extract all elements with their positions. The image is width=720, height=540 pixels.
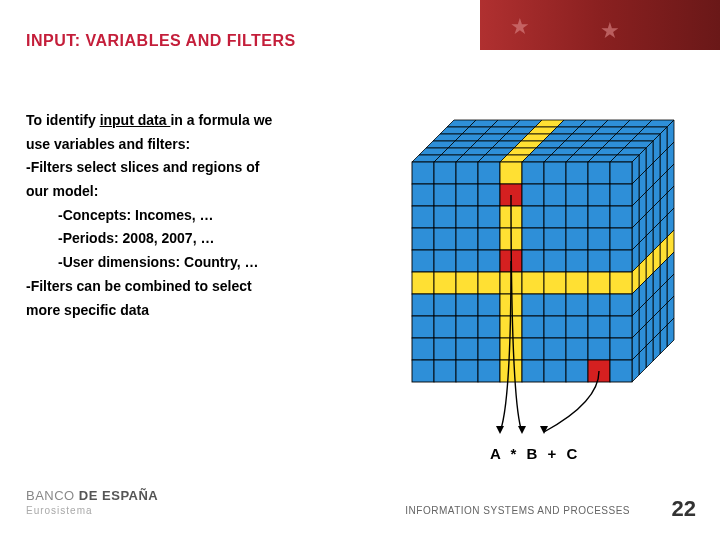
svg-rect-167 bbox=[566, 250, 588, 272]
svg-rect-150 bbox=[412, 228, 434, 250]
svg-rect-147 bbox=[566, 206, 588, 228]
svg-rect-133 bbox=[478, 184, 500, 206]
svg-rect-208 bbox=[588, 338, 610, 360]
svg-rect-142 bbox=[456, 206, 478, 228]
svg-rect-156 bbox=[544, 228, 566, 250]
svg-rect-201 bbox=[434, 338, 456, 360]
star-icon: ★ bbox=[600, 18, 620, 44]
svg-rect-183 bbox=[478, 294, 500, 316]
svg-rect-158 bbox=[588, 228, 610, 250]
svg-marker-221 bbox=[518, 426, 526, 434]
svg-rect-197 bbox=[566, 316, 588, 338]
svg-rect-211 bbox=[434, 360, 456, 382]
svg-rect-121 bbox=[434, 162, 456, 184]
text: -User dimensions: Country, … bbox=[58, 252, 386, 274]
svg-rect-163 bbox=[478, 250, 500, 272]
svg-rect-143 bbox=[478, 206, 500, 228]
page-number: 22 bbox=[672, 496, 696, 522]
svg-rect-205 bbox=[522, 338, 544, 360]
text: use variables and filters: bbox=[26, 134, 386, 156]
svg-rect-196 bbox=[544, 316, 566, 338]
svg-rect-175 bbox=[522, 272, 544, 294]
svg-rect-186 bbox=[544, 294, 566, 316]
svg-rect-123 bbox=[478, 162, 500, 184]
svg-rect-169 bbox=[610, 250, 632, 272]
svg-rect-172 bbox=[456, 272, 478, 294]
svg-rect-130 bbox=[412, 184, 434, 206]
svg-rect-187 bbox=[566, 294, 588, 316]
cube-svg bbox=[400, 102, 700, 442]
slide-title: INPUT: VARIABLES AND FILTERS bbox=[26, 32, 296, 50]
svg-rect-185 bbox=[522, 294, 544, 316]
header-decoration: ★ ★ bbox=[480, 0, 720, 50]
svg-rect-162 bbox=[456, 250, 478, 272]
svg-rect-170 bbox=[412, 272, 434, 294]
text-underline: input data bbox=[100, 112, 171, 128]
svg-rect-190 bbox=[412, 316, 434, 338]
svg-rect-152 bbox=[456, 228, 478, 250]
logo-part: DE bbox=[79, 488, 98, 503]
svg-rect-132 bbox=[456, 184, 478, 206]
svg-rect-189 bbox=[610, 294, 632, 316]
logo-sub: Eurosistema bbox=[26, 505, 158, 516]
svg-rect-131 bbox=[434, 184, 456, 206]
text: To identify bbox=[26, 112, 100, 128]
text: our model: bbox=[26, 181, 386, 203]
svg-rect-129 bbox=[610, 162, 632, 184]
svg-rect-212 bbox=[456, 360, 478, 382]
formula-text: A * B + C bbox=[490, 445, 580, 462]
svg-rect-173 bbox=[478, 272, 500, 294]
svg-rect-122 bbox=[456, 162, 478, 184]
svg-rect-157 bbox=[566, 228, 588, 250]
svg-rect-213 bbox=[478, 360, 500, 382]
svg-rect-138 bbox=[588, 184, 610, 206]
svg-rect-210 bbox=[412, 360, 434, 382]
star-icon: ★ bbox=[510, 14, 530, 40]
svg-rect-191 bbox=[434, 316, 456, 338]
svg-rect-200 bbox=[412, 338, 434, 360]
text: -Concepts: Incomes, … bbox=[58, 205, 386, 227]
svg-rect-128 bbox=[588, 162, 610, 184]
svg-rect-176 bbox=[544, 272, 566, 294]
svg-rect-203 bbox=[478, 338, 500, 360]
svg-rect-120 bbox=[412, 162, 434, 184]
svg-rect-180 bbox=[412, 294, 434, 316]
svg-rect-125 bbox=[522, 162, 544, 184]
svg-rect-140 bbox=[412, 206, 434, 228]
svg-rect-168 bbox=[588, 250, 610, 272]
svg-rect-149 bbox=[610, 206, 632, 228]
svg-rect-137 bbox=[566, 184, 588, 206]
svg-rect-153 bbox=[478, 228, 500, 250]
svg-rect-206 bbox=[544, 338, 566, 360]
svg-rect-155 bbox=[522, 228, 544, 250]
svg-rect-166 bbox=[544, 250, 566, 272]
svg-rect-136 bbox=[544, 184, 566, 206]
svg-marker-220 bbox=[496, 426, 504, 434]
svg-rect-195 bbox=[522, 316, 544, 338]
svg-rect-145 bbox=[522, 206, 544, 228]
svg-rect-193 bbox=[478, 316, 500, 338]
svg-rect-216 bbox=[544, 360, 566, 382]
svg-rect-177 bbox=[566, 272, 588, 294]
svg-rect-192 bbox=[456, 316, 478, 338]
cube-diagram bbox=[400, 102, 700, 422]
text: -Periods: 2008, 2007, … bbox=[58, 228, 386, 250]
svg-rect-126 bbox=[544, 162, 566, 184]
footer-text: INFORMATION SYSTEMS AND PROCESSES bbox=[405, 505, 630, 516]
logo: BANCO DE ESPAÑA Eurosistema bbox=[26, 488, 158, 516]
svg-rect-165 bbox=[522, 250, 544, 272]
svg-rect-141 bbox=[434, 206, 456, 228]
svg-rect-179 bbox=[610, 272, 632, 294]
svg-rect-178 bbox=[588, 272, 610, 294]
svg-rect-204 bbox=[500, 338, 522, 360]
logo-part: BANCO bbox=[26, 488, 75, 503]
svg-rect-219 bbox=[610, 360, 632, 382]
svg-rect-217 bbox=[566, 360, 588, 382]
text: -Filters select slices and regions of bbox=[26, 157, 386, 179]
svg-rect-215 bbox=[522, 360, 544, 382]
body-text: To identify input data in a formula we u… bbox=[26, 110, 386, 323]
svg-rect-181 bbox=[434, 294, 456, 316]
text: more specific data bbox=[26, 300, 386, 322]
svg-rect-146 bbox=[544, 206, 566, 228]
text: -Filters can be combined to select bbox=[26, 276, 386, 298]
